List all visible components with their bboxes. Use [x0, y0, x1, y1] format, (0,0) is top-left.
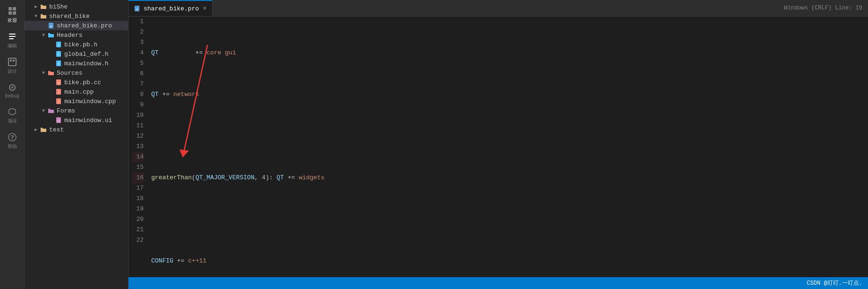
- folder-icon: [40, 3, 47, 10]
- folder-icon: [40, 12, 47, 20]
- tree-label-headers: Headers: [57, 32, 126, 39]
- bottom-bar: CSDN @叮叮.一叮点.: [129, 277, 868, 289]
- tree-label-bishe: biShe: [49, 3, 126, 10]
- tree-item-mainwindow-cpp[interactable]: ▶ c mainwindow.cpp: [25, 96, 128, 106]
- svg-text:c: c: [58, 101, 59, 104]
- svg-rect-4: [9, 34, 16, 35]
- tab-label: shared_bike.pro: [144, 5, 199, 12]
- line-num-19: 19: [132, 204, 144, 214]
- line-num-9: 9: [132, 100, 144, 110]
- arrow-bishe: ▶: [32, 4, 40, 9]
- code-content[interactable]: QT += core gui QT += network greaterThan…: [147, 17, 868, 277]
- header-icon: h: [55, 50, 62, 58]
- tree-label-bike-pb-cc: bike.pb.cc: [64, 79, 126, 86]
- arrow-headers: ▼: [40, 33, 47, 38]
- project-icon: [7, 106, 17, 117]
- tree-item-headers[interactable]: ▼ Headers: [25, 30, 128, 40]
- toolbar-design[interactable]: 设计: [0, 53, 24, 79]
- folder-icon: [40, 126, 47, 133]
- line-num-10: 10: [132, 110, 144, 121]
- pro-icon: p: [47, 22, 55, 29]
- tree-item-forms[interactable]: ▼ Forms: [25, 106, 128, 115]
- tab-shared-bike-pro[interactable]: p shared_bike.pro ×: [129, 0, 213, 16]
- file-tree: ▶ biShe ▼ shared_bike ▶ p shared_bike.pr…: [25, 0, 128, 136]
- svg-rect-7: [9, 58, 16, 66]
- tree-item-mainwindow-ui[interactable]: ▶ ui mainwindow.ui: [25, 115, 128, 125]
- toolbar-debug[interactable]: Debug: [0, 79, 24, 103]
- tree-item-bike-pb-h[interactable]: ▶ h bike.pb.h: [25, 40, 128, 49]
- tree-item-bishe[interactable]: ▶ biShe: [25, 2, 128, 11]
- arrow-forms: ▼: [40, 108, 47, 114]
- svg-point-11: [11, 87, 13, 88]
- line-num-13: 13: [132, 141, 144, 152]
- svg-rect-9: [13, 60, 15, 61]
- svg-rect-2: [9, 11, 12, 15]
- tree-label-global-def-h: global_def.h: [64, 51, 126, 58]
- tab-close-button[interactable]: ×: [203, 5, 206, 12]
- svg-text:c: c: [58, 91, 59, 94]
- edit-icon: [7, 31, 17, 42]
- tree-item-test[interactable]: ▶ test: [25, 125, 128, 134]
- cpp-icon: c: [55, 97, 62, 105]
- line-num-16: 16: [132, 173, 144, 183]
- code-line-4: greaterThan(QT_MAJOR_VERSION, 4): QT += …: [151, 173, 864, 183]
- tree-item-shared-bike-pro[interactable]: ▶ p shared_bike.pro: [25, 21, 128, 30]
- svg-text:ui: ui: [57, 120, 60, 123]
- tree-item-sources[interactable]: ▼ Sources: [25, 68, 128, 78]
- header-icon: h: [55, 60, 62, 67]
- tree-label-test: test: [49, 126, 126, 133]
- code-line-1: QT += core gui: [151, 48, 864, 58]
- toolbar-edit[interactable]: 编辑: [0, 27, 24, 53]
- folder-icon: [47, 31, 55, 39]
- toolbar-project-label: 项目: [8, 118, 17, 124]
- bottom-bar-text: CSDN @叮叮.一叮点.: [807, 279, 862, 287]
- toolbar-help-label: 帮助: [8, 143, 17, 150]
- line-num-18: 18: [132, 193, 144, 204]
- line-num-20: 20: [132, 214, 144, 225]
- line-num-4: 4: [132, 48, 144, 58]
- tree-item-mainwindow-h[interactable]: ▶ h mainwindow.h: [25, 59, 128, 68]
- arrow-test: ▶: [32, 127, 40, 132]
- toolbar-project[interactable]: 项目: [0, 103, 24, 128]
- line-num-5: 5: [132, 58, 144, 69]
- svg-text:cc: cc: [57, 82, 60, 85]
- svg-rect-5: [9, 36, 16, 37]
- cpp-icon: c: [55, 88, 62, 96]
- sidebar: ▶ biShe ▼ shared_bike ▶ p shared_bike.pr…: [25, 0, 129, 289]
- svg-rect-3: [13, 11, 16, 15]
- code-editor[interactable]: 1 2 3 4 5 6 7 8 9 10 11 12 13 14 15 16 1…: [129, 17, 868, 277]
- editor-area: p shared_bike.pro × Windows (CRLF) Line:…: [129, 0, 868, 289]
- code-content-wrapper: QT += core gui QT += network greaterThan…: [147, 17, 868, 277]
- help-icon: ?: [7, 132, 17, 142]
- line-num-3: 3: [132, 37, 144, 48]
- ui-icon: ui: [55, 116, 62, 124]
- code-line-5: [151, 214, 864, 225]
- tree-label-mainwindow-cpp: mainwindow.cpp: [64, 98, 126, 105]
- svg-text:p: p: [50, 25, 52, 28]
- pro-file-icon: p: [134, 6, 140, 11]
- svg-text:h: h: [58, 62, 60, 66]
- toolbar-edit-label: 编辑: [8, 43, 17, 49]
- svg-rect-8: [10, 60, 12, 61]
- toolbar-welcome[interactable]: 欢迎: [0, 2, 24, 27]
- top-bar: p shared_bike.pro × Windows (CRLF) Line:…: [129, 0, 868, 17]
- folder-icon: [47, 107, 55, 114]
- tree-item-global-def-h[interactable]: ▶ h global_def.h: [25, 49, 128, 59]
- tree-label-mainwindow-ui: mainwindow.ui: [64, 117, 126, 124]
- line-num-21: 21: [132, 225, 144, 235]
- svg-text:?: ?: [10, 135, 14, 141]
- status-info: Windows (CRLF) Line: 19: [778, 0, 868, 16]
- tree-item-bike-pb-cc[interactable]: ▶ cc bike.pb.cc: [25, 78, 128, 87]
- toolbar-help[interactable]: ? 帮助: [0, 128, 24, 154]
- toolbar-debug-label: Debug: [5, 94, 19, 99]
- line-num-1: 1: [132, 17, 144, 27]
- svg-text:h: h: [58, 44, 60, 47]
- header-icon: h: [55, 41, 62, 48]
- tree-label-shared-bike: shared_bike: [49, 13, 126, 20]
- line-num-8: 8: [132, 89, 144, 100]
- arrow-shared-bike: ▼: [32, 14, 40, 19]
- tree-item-main-cpp[interactable]: ▶ c main.cpp: [25, 87, 128, 96]
- svg-rect-0: [9, 7, 12, 10]
- line-num-6: 6: [132, 69, 144, 79]
- tree-item-shared-bike[interactable]: ▼ shared_bike: [25, 11, 128, 21]
